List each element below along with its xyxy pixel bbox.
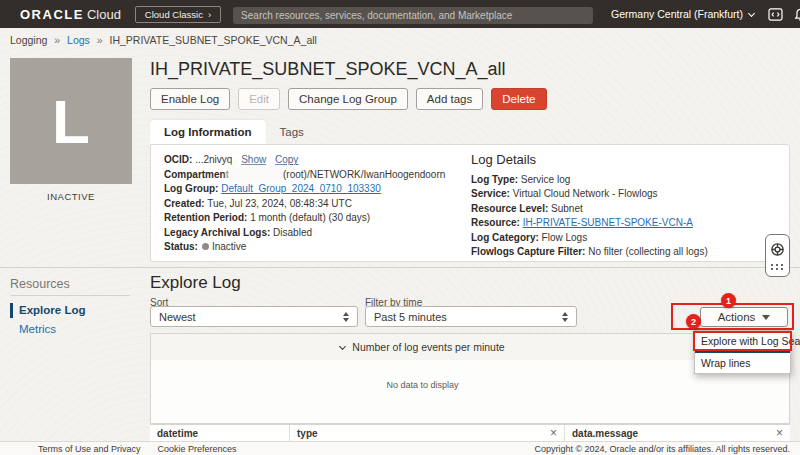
global-search-input[interactable] <box>233 7 593 24</box>
page-title: IH_PRIVATE_SUBNET_SPOKE_VCN_A_all <box>150 59 505 80</box>
breadcrumb-separator: » <box>97 34 103 46</box>
cloud-classic-button[interactable]: Cloud Classic › <box>135 6 221 23</box>
resources-divider <box>10 295 130 296</box>
capture-filter-row: Flowlogs Capture Filter: No filter (coll… <box>471 245 781 260</box>
edit-button[interactable]: Edit <box>238 88 280 110</box>
ocid-row: OCID: ...2nivyq Show Copy <box>164 153 464 168</box>
annotation-step-2: 2 <box>686 314 701 329</box>
log-information-fields: OCID: ...2nivyq Show Copy Compartment(ro… <box>164 153 464 255</box>
resources-heading: Resources <box>10 277 70 291</box>
chart-empty-message: No data to display <box>151 380 789 390</box>
tab-tags[interactable]: Tags <box>266 120 318 144</box>
select-stepper-icon <box>343 312 349 322</box>
region-selector[interactable]: Germany Central (Frankfurt) <box>611 8 754 20</box>
select-stepper-icon <box>562 312 568 322</box>
tab-log-information[interactable]: Log Information <box>150 120 266 144</box>
top-header: ORACLECloud Cloud Classic › Germany Cent… <box>0 0 800 28</box>
log-category-row: Log Category: Flow Logs <box>471 231 781 246</box>
actions-dropdown-menu: Explore with Log Search Wrap lines <box>694 330 791 374</box>
sort-select[interactable]: Newest <box>150 306 358 327</box>
tab-bar: Log Information Tags <box>150 120 318 144</box>
log-group-link[interactable]: Default_Group_2024_0710_103330 <box>221 183 381 194</box>
remove-column-icon[interactable]: × <box>550 428 557 438</box>
column-data-message[interactable]: data.message × <box>565 425 790 441</box>
explore-log-heading: Explore Log <box>150 273 241 293</box>
section-divider <box>0 267 800 268</box>
breadcrumb-logging[interactable]: Logging <box>10 34 47 46</box>
oracle-cloud-logo[interactable]: ORACLECloud <box>20 7 121 22</box>
compartment-row: Compartment(root)/NETWORK/IwanHoogendoor… <box>164 168 464 183</box>
terms-link[interactable]: Terms of Use and Privacy <box>38 444 141 454</box>
breadcrumb: Logging » Logs » IH_PRIVATE_SUBNET_SPOKE… <box>10 34 317 46</box>
breadcrumb-current: IH_PRIVATE_SUBNET_SPOKE_VCN_A_all <box>110 34 317 46</box>
log-group-row: Log Group: Default_Group_2024_0710_10333… <box>164 182 464 197</box>
resource-level-row: Resource Level: Subnet <box>471 202 781 217</box>
created-row: Created: Tue, Jul 23, 2024, 08:48:34 UTC <box>164 197 464 212</box>
ocid-show-link[interactable]: Show <box>241 154 266 165</box>
chevron-right-icon: › <box>208 9 211 20</box>
column-type[interactable]: type × <box>290 425 565 441</box>
retention-row: Retention Period: 1 month (default) (30 … <box>164 211 464 226</box>
sidebar-item-metrics[interactable]: Metrics <box>19 323 56 335</box>
cloud-shell-icon[interactable] <box>768 6 784 22</box>
log-avatar: L <box>10 58 132 184</box>
breadcrumb-logs-link[interactable]: Logs <box>67 34 90 46</box>
resource-link[interactable]: IH-PRIVATE-SUBNET-SPOKE-VCN-A <box>523 217 693 228</box>
add-tags-button[interactable]: Add tags <box>416 88 483 110</box>
chevron-down-icon <box>339 342 346 349</box>
status-row: Status:Inactive <box>164 240 464 255</box>
menu-item-explore-with-log-search[interactable]: Explore with Log Search <box>695 331 790 353</box>
caret-down-icon <box>762 315 770 320</box>
log-type-row: Log Type: Service log <box>471 173 781 188</box>
column-datetime[interactable]: datetime <box>150 425 290 441</box>
breadcrumb-separator: » <box>54 34 60 46</box>
actions-button[interactable]: Actions <box>700 307 788 327</box>
log-information-panel: OCID: ...2nivyq Show Copy Compartment(ro… <box>150 144 790 262</box>
ocid-copy-link[interactable]: Copy <box>275 154 298 165</box>
drag-dots-icon <box>771 264 784 270</box>
remove-column-icon[interactable]: × <box>776 428 783 438</box>
chevron-down-icon <box>748 9 755 16</box>
support-floating-widget[interactable] <box>765 234 790 277</box>
redacted-compartment <box>231 170 281 180</box>
annotation-step-1: 1 <box>721 293 736 308</box>
service-row: Service: Virtual Cloud Network - Flowlog… <box>471 187 781 202</box>
filter-by-time-select[interactable]: Past 5 minutes <box>365 306 577 327</box>
log-table-header: datetime type × data.message × <box>150 424 790 441</box>
notifications-bell-icon[interactable] <box>793 6 800 22</box>
log-details-heading: Log Details <box>471 153 781 168</box>
sidebar-item-explore-log[interactable]: Explore Log <box>10 303 85 318</box>
log-details-fields: Log Details Log Type: Service log Servic… <box>471 153 781 260</box>
copyright-text: Copyright © 2024, Oracle and/or its affi… <box>534 444 800 454</box>
status-dot-icon <box>202 243 209 250</box>
menu-item-wrap-lines[interactable]: Wrap lines <box>695 353 790 373</box>
action-buttons-row: Enable Log Edit Change Log Group Add tag… <box>150 88 547 110</box>
cookie-preferences-link[interactable]: Cookie Preferences <box>158 444 237 454</box>
status-badge: INACTIVE <box>10 191 132 202</box>
page-footer: Terms of Use and Privacy Cookie Preferen… <box>0 441 800 455</box>
avatar-letter: L <box>52 86 90 157</box>
enable-log-button[interactable]: Enable Log <box>150 88 230 110</box>
change-log-group-button[interactable]: Change Log Group <box>288 88 408 110</box>
resource-row: Resource: IH-PRIVATE-SUBNET-SPOKE-VCN-A <box>471 216 781 231</box>
delete-button[interactable]: Delete <box>491 88 546 110</box>
life-ring-icon <box>770 242 785 261</box>
legacy-archival-row: Legacy Archival Logs: Disabled <box>164 226 464 241</box>
